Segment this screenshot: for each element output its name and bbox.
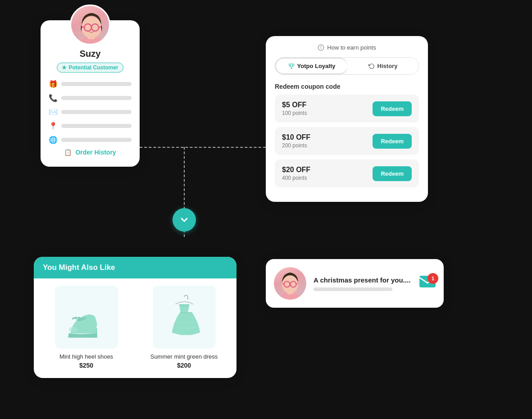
location-icon: 📍 <box>49 122 57 130</box>
info-icon <box>318 44 324 51</box>
web-icon: 🌐 <box>49 136 57 144</box>
product-dress-name: Summer mint green dress <box>150 353 218 360</box>
redeem-title: Redeem coupon code <box>275 83 419 90</box>
gift-icon: 🎁 <box>49 80 57 88</box>
recommendations-card: You Might Also Like <box>34 257 236 378</box>
email-badge: 1 <box>427 273 438 284</box>
list-icon: 📋 <box>64 149 72 156</box>
profile-info-rows: 🎁 📞 ✉️ 📍 🌐 <box>49 80 132 144</box>
email-sender-avatar <box>274 267 306 300</box>
tab-history[interactable]: History <box>347 58 418 74</box>
email-icon: ✉️ <box>49 108 57 116</box>
profile-row-web: 🌐 <box>49 136 132 144</box>
svg-point-21 <box>68 327 77 332</box>
profile-avatar <box>70 5 110 45</box>
history-icon <box>368 63 375 69</box>
dress-illustration <box>159 292 209 342</box>
product-dress[interactable]: Summer mint green dress $200 <box>139 286 229 369</box>
profile-name: Suzy <box>80 49 101 59</box>
redeem-button-5[interactable]: Redeem <box>373 101 412 116</box>
chevron-down-icon <box>179 214 190 225</box>
recommendations-title: You Might Also Like <box>34 257 236 278</box>
redeem-button-10[interactable]: Redeem <box>373 134 412 149</box>
email-content: A christmas present for you.... <box>314 276 412 291</box>
email-avatar-illustration <box>274 267 306 300</box>
shoe-illustration <box>62 292 111 342</box>
product-dress-image <box>153 286 216 349</box>
product-shoes-price: $250 <box>79 362 93 369</box>
expand-button[interactable] <box>173 208 196 232</box>
loyalty-header: How to earn points <box>275 44 419 51</box>
email-icon-wrapper: 1 <box>419 276 436 291</box>
tab-yotpo-loyalty[interactable]: Yotpo Loyalty <box>275 58 347 74</box>
email-preview-bar <box>314 287 392 291</box>
coupon-item-10: $10 OFF 200 points Redeem <box>275 127 419 155</box>
profile-row-phone: 📞 <box>49 94 132 102</box>
svg-point-22 <box>75 317 77 319</box>
phone-icon: 📞 <box>49 94 57 102</box>
order-history-link[interactable]: 📋 Order History <box>64 149 116 156</box>
connector-line-horizontal <box>140 147 270 148</box>
coupon-item-20: $20 OFF 400 points Redeem <box>275 159 419 187</box>
product-shoes-image <box>55 286 118 349</box>
profile-badge: ★ Potential Customer <box>57 63 123 73</box>
loyalty-tabs: Yotpo Loyalty History <box>275 57 419 75</box>
coupon-item-5: $5 OFF 100 points Redeem <box>275 95 419 123</box>
product-dress-price: $200 <box>177 362 191 369</box>
email-notification-card: A christmas present for you.... 1 <box>266 259 444 308</box>
trophy-icon <box>288 63 295 69</box>
product-shoes[interactable]: Mint high heel shoes $250 <box>41 286 132 369</box>
star-icon: ★ <box>62 64 67 71</box>
redeem-button-20[interactable]: Redeem <box>373 166 412 181</box>
loyalty-card: How to earn points Yotpo Loyalty History… <box>266 36 428 202</box>
product-shoes-name: Mint high heel shoes <box>59 353 113 360</box>
profile-card: Suzy ★ Potential Customer 🎁 📞 ✉️ 📍 🌐 📋 O… <box>41 20 140 167</box>
email-subject: A christmas present for you.... <box>314 276 412 284</box>
recommendations-products: Mint high heel shoes $250 <box>34 278 236 378</box>
avatar-illustration <box>71 6 109 44</box>
profile-row-gift: 🎁 <box>49 80 132 88</box>
profile-row-email: ✉️ <box>49 108 132 116</box>
profile-row-location: 📍 <box>49 122 132 130</box>
